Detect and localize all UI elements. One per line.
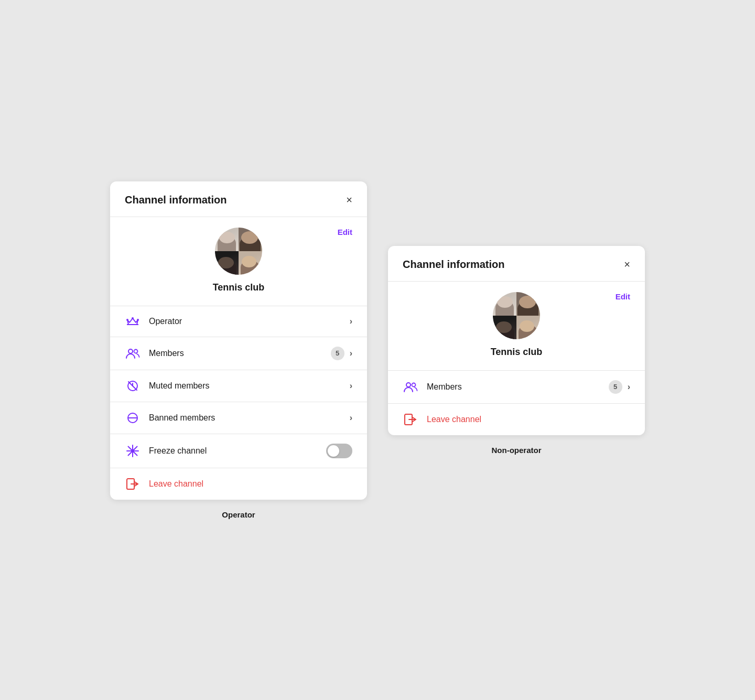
left-banned-chevron: › bbox=[350, 413, 352, 423]
left-freeze-toggle-wrap bbox=[326, 444, 352, 458]
svg-point-2 bbox=[137, 319, 139, 321]
freeze-icon bbox=[125, 444, 141, 458]
left-members-badge: 5 bbox=[331, 347, 344, 360]
left-banned-label: Banned members bbox=[149, 413, 350, 423]
muted-icon bbox=[125, 380, 141, 392]
left-leave-label: Leave channel bbox=[149, 479, 352, 489]
right-members-icon bbox=[403, 381, 418, 393]
right-panel-header: Channel information × bbox=[388, 246, 645, 282]
svg-point-0 bbox=[126, 319, 128, 321]
right-menu-list: Members 5 › Leave channel bbox=[388, 371, 645, 435]
left-muted-label: Muted members bbox=[149, 381, 350, 391]
leave-icon-right bbox=[403, 413, 418, 426]
left-menu-item-freeze[interactable]: Freeze channel bbox=[110, 434, 367, 468]
crown-icon bbox=[125, 316, 141, 327]
right-members-badge: 5 bbox=[609, 380, 622, 394]
right-panel-footer-label: Non-operator bbox=[492, 446, 542, 455]
left-operator-label: Operator bbox=[149, 317, 350, 326]
left-menu-item-leave[interactable]: Leave channel bbox=[110, 468, 367, 500]
left-freeze-toggle-knob bbox=[328, 445, 339, 457]
banned-icon bbox=[125, 412, 141, 424]
right-members-chevron: › bbox=[628, 382, 630, 392]
left-panel: Channel information × Edit Tennis club bbox=[110, 181, 367, 500]
left-freeze-label: Freeze channel bbox=[149, 446, 326, 456]
left-members-label: Members bbox=[149, 349, 331, 358]
right-avatar bbox=[493, 292, 540, 339]
right-menu-item-members[interactable]: Members 5 › bbox=[388, 371, 645, 404]
left-menu-item-operator[interactable]: Operator › bbox=[110, 306, 367, 337]
svg-point-16 bbox=[406, 383, 411, 387]
left-channel-name: Tennis club bbox=[213, 282, 265, 293]
left-menu-item-muted[interactable]: Muted members › bbox=[110, 370, 367, 402]
right-channel-info: Edit Tennis club bbox=[388, 282, 645, 371]
avatar-quad-br bbox=[239, 251, 262, 275]
left-panel-wrapper: Channel information × Edit Tennis club bbox=[110, 181, 367, 519]
left-menu-item-banned[interactable]: Banned members › bbox=[110, 402, 367, 434]
left-menu-item-members[interactable]: Members 5 › bbox=[110, 337, 367, 370]
right-channel-name: Tennis club bbox=[491, 347, 543, 358]
avatar-quad-tr bbox=[239, 228, 262, 251]
right-panel: Channel information × Edit Tennis club bbox=[388, 246, 645, 435]
right-edit-button[interactable]: Edit bbox=[616, 292, 630, 301]
right-leave-label: Leave channel bbox=[427, 415, 630, 424]
svg-point-17 bbox=[412, 383, 416, 386]
svg-point-1 bbox=[132, 317, 134, 319]
right-avatar-quad-bl bbox=[493, 316, 516, 339]
left-menu-list: Operator › Members 5 › bbox=[110, 306, 367, 500]
left-panel-title: Channel information bbox=[125, 194, 226, 206]
avatar-quad-tl bbox=[215, 228, 239, 251]
left-members-chevron: › bbox=[350, 349, 352, 358]
left-close-button[interactable]: × bbox=[346, 195, 352, 205]
right-menu-item-leave[interactable]: Leave channel bbox=[388, 404, 645, 435]
right-members-label: Members bbox=[427, 382, 609, 392]
left-channel-info: Edit Tennis club bbox=[110, 217, 367, 306]
right-avatar-quad-br bbox=[516, 316, 540, 339]
left-freeze-toggle[interactable] bbox=[326, 444, 352, 458]
right-panel-wrapper: Channel information × Edit Tennis club bbox=[388, 246, 645, 455]
right-avatar-quad-tr bbox=[516, 292, 540, 316]
svg-point-13 bbox=[131, 449, 134, 453]
left-panel-footer-label: Operator bbox=[222, 510, 255, 519]
left-edit-button[interactable]: Edit bbox=[338, 228, 352, 236]
left-operator-chevron: › bbox=[350, 317, 352, 326]
svg-point-4 bbox=[134, 349, 138, 353]
right-avatar-quad-tl bbox=[493, 292, 516, 316]
right-close-button[interactable]: × bbox=[624, 259, 630, 270]
right-panel-title: Channel information bbox=[403, 259, 504, 271]
left-muted-chevron: › bbox=[350, 381, 352, 391]
svg-point-3 bbox=[128, 349, 133, 353]
left-avatar bbox=[215, 228, 262, 275]
members-icon bbox=[125, 348, 141, 359]
left-panel-header: Channel information × bbox=[110, 181, 367, 217]
avatar-quad-bl bbox=[215, 251, 239, 275]
leave-icon-left bbox=[125, 478, 141, 490]
